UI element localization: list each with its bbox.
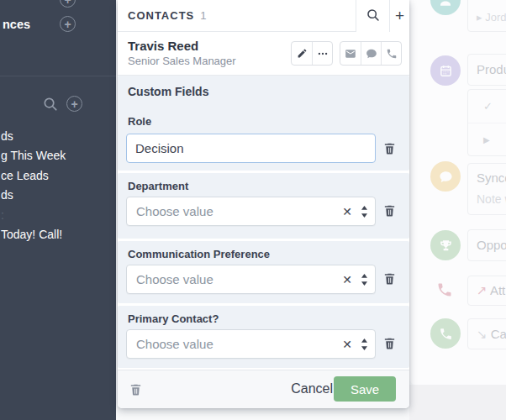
feed-card-opportunity[interactable]: Oppor (467, 229, 506, 261)
email-icon[interactable] (340, 42, 361, 65)
contact-edit-group (291, 41, 333, 66)
field-label-role: Role (128, 115, 151, 128)
feed-card-note[interactable]: Synce Note w (467, 163, 506, 215)
search-contacts-button[interactable] (356, 0, 389, 32)
sidebar-item-smartview[interactable]: Today! Call! (0, 225, 116, 245)
phone-icon[interactable] (381, 42, 401, 65)
feed-content: ▸ Jord Produ ✓ ▶ Sy (409, 0, 506, 420)
contacts-panel: CONTACTS 1 + Travis Reed Senior Sales Ma… (118, 0, 409, 408)
play-icon[interactable]: ▶ (483, 135, 490, 144)
feed-card-call[interactable]: ↘ Ca (467, 318, 506, 349)
sort-arrows-icon[interactable] (361, 274, 368, 286)
delete-field-icon[interactable] (382, 141, 397, 156)
contact-activity-icon (430, 0, 461, 15)
save-button[interactable]: Save (334, 376, 396, 402)
sidebar-item-smartview[interactable]: ce Leads (0, 165, 116, 186)
sidebar-section-label[interactable]: nces (3, 18, 30, 31)
add-smartview-icon[interactable]: + (66, 96, 82, 112)
sort-arrows-icon[interactable] (361, 339, 368, 350)
sidebar-item-smartview[interactable]: g This Week (0, 146, 116, 166)
communication-preference-block: Communication Preference Choose value ✕ (118, 241, 409, 303)
panel-title: CONTACTS (128, 9, 194, 22)
feed-card-meeting[interactable]: Produ (467, 54, 506, 86)
calendar-icon (430, 55, 461, 86)
feed-card-contact[interactable]: ▸ Jord (467, 0, 506, 32)
contacts-count: 1 (200, 9, 206, 22)
panel-header: CONTACTS 1 + (118, 0, 409, 32)
app-screen: + nces + + ds g This Week ce Leads ds : … (0, 0, 506, 420)
feed-card-meeting-detail[interactable]: ✓ ▶ (467, 89, 506, 156)
delete-contact-icon[interactable] (129, 382, 143, 397)
contact-communication-group (340, 41, 402, 66)
search-icon[interactable] (42, 96, 58, 112)
missed-call-phone-icon (436, 281, 453, 302)
field-label-department: Department (128, 180, 188, 192)
delete-field-icon[interactable] (382, 336, 397, 351)
contact-job-title: Senior Sales Manager (128, 55, 236, 67)
add-contact-button[interactable]: + (389, 0, 409, 32)
sidebar-item-smartview[interactable]: ds (0, 126, 116, 146)
activity-feed: ▸ Jord Produ ✓ ▶ Sy (409, 0, 506, 420)
sidebar-divider (0, 76, 116, 76)
department-select[interactable]: Choose value ✕ (126, 197, 376, 226)
sms-bubble-icon[interactable] (361, 42, 381, 65)
custom-fields-title: Custom Fields (128, 85, 208, 98)
department-block: Department Choose value ✕ (118, 173, 409, 239)
clear-icon[interactable]: ✕ (342, 273, 352, 286)
primary-contact-select[interactable]: Choose value ✕ (126, 329, 376, 359)
arrow-up-right-icon: ↗ (477, 283, 488, 297)
arrow-down-right-icon: ↘ (477, 327, 488, 341)
role-input[interactable] (126, 134, 376, 163)
more-options-icon[interactable] (312, 42, 332, 65)
communication-preference-select[interactable]: Choose value ✕ (126, 265, 376, 294)
trophy-icon (430, 230, 461, 260)
add-circle-icon[interactable]: + (60, 16, 76, 32)
field-label-primary-contact: Primary Contact? (128, 312, 219, 325)
check-icon: ✓ (483, 100, 493, 113)
sidebar: + nces + + ds g This Week ce Leads ds : … (0, 0, 116, 420)
contact-name[interactable]: Travis Reed (128, 39, 198, 53)
clear-icon[interactable]: ✕ (342, 205, 352, 218)
sidebar-item-smartview[interactable]: ds (0, 186, 116, 206)
cancel-button[interactable]: Cancel (291, 381, 333, 396)
call-phone-icon (430, 318, 461, 349)
delete-field-icon[interactable] (382, 271, 397, 286)
sidebar-item-smartview[interactable]: : (0, 205, 116, 225)
note-bubble-icon (430, 161, 461, 192)
bullet-icon: ▸ (477, 11, 482, 24)
field-label-communication-preference: Communication Preference (128, 248, 270, 260)
primary-contact-block: Primary Contact? Choose value ✕ (118, 306, 409, 368)
add-circle-icon[interactable]: + (60, 0, 76, 8)
feed-card-call-attempt[interactable]: ↗ Att (467, 276, 506, 306)
edit-pencil-icon[interactable] (292, 42, 312, 65)
search-icon (366, 8, 380, 25)
panel-footer: Cancel Save (118, 370, 409, 408)
clear-icon[interactable]: ✕ (342, 338, 352, 351)
custom-fields-block: Custom Fields Role (118, 76, 409, 171)
contact-row: Travis Reed Senior Sales Manager (118, 32, 409, 76)
sort-arrows-icon[interactable] (361, 206, 368, 218)
delete-field-icon[interactable] (382, 203, 397, 218)
